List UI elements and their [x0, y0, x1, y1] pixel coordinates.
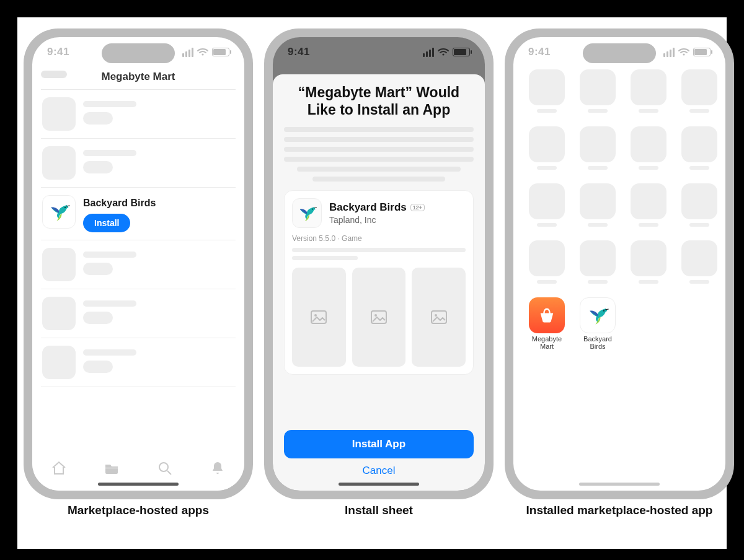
screenshot-placeholder[interactable] — [412, 268, 466, 367]
device-frame: 9:41 — [505, 28, 734, 499]
phone-column-1: 9:41 Megabyte Mart — [24, 28, 253, 549]
app-thumb-placeholder — [42, 248, 76, 281]
diagram-canvas: 9:41 Megabyte Mart — [17, 17, 727, 549]
wifi-icon — [438, 48, 449, 56]
install-sheet: “Megabyte Mart” Would Like to Install an… — [273, 74, 485, 491]
screenshot-placeholder[interactable] — [292, 268, 346, 367]
wifi-icon — [678, 48, 689, 56]
home-screen-grid[interactable]: Megabyte Mart Backyard Birds — [513, 67, 725, 350]
app-desc-placeholder — [292, 248, 466, 260]
nav-title: Megabyte Mart — [32, 67, 244, 89]
app-placeholder[interactable] — [527, 183, 567, 234]
cellular-icon — [663, 48, 675, 57]
cellular-icon — [423, 48, 434, 57]
caption: Installed marketplace-hosted app — [526, 503, 713, 518]
app-placeholder[interactable] — [629, 69, 668, 120]
app-card-name: Backyard Birds — [329, 201, 407, 214]
mart-icon — [529, 297, 565, 333]
cellular-icon — [182, 48, 193, 57]
app-placeholder[interactable] — [629, 126, 668, 177]
cancel-button[interactable]: Cancel — [284, 465, 474, 477]
app-placeholder[interactable] — [680, 69, 719, 120]
developer-name: Tapland, Inc — [329, 215, 425, 225]
status-time: 9:41 — [47, 46, 69, 58]
app-placeholder[interactable] — [680, 126, 719, 177]
app-name: Backyard Birds — [83, 198, 156, 209]
caption: Install sheet — [345, 503, 413, 518]
install-app-button[interactable]: Install App — [284, 430, 474, 458]
app-placeholder[interactable] — [680, 183, 719, 234]
app-meta: Version 5.5.0 · Game — [292, 234, 466, 243]
tab-search-icon[interactable] — [157, 460, 173, 479]
app-placeholder[interactable] — [629, 240, 668, 291]
screen-install-sheet: 9:41 “Megabyte Mart” Would Like to Insta… — [273, 37, 485, 491]
app-list[interactable]: Backyard Birds Install — [32, 90, 244, 387]
app-thumb-bird — [292, 198, 322, 228]
app-megabyte-mart[interactable]: Megabyte Mart — [527, 297, 567, 350]
status-time: 9:41 — [288, 46, 310, 58]
app-placeholder[interactable] — [578, 183, 618, 234]
tab-bell-icon[interactable] — [210, 460, 226, 479]
battery-icon — [212, 48, 229, 56]
tab-home-icon[interactable] — [51, 460, 67, 479]
app-backyard-birds[interactable]: Backyard Birds — [578, 297, 618, 350]
age-badge: 12+ — [410, 204, 425, 211]
home-indicator — [98, 483, 179, 486]
app-card: Backyard Birds 12+ Tapland, Inc Version … — [284, 190, 474, 375]
app-thumb-placeholder — [42, 97, 76, 131]
install-button[interactable]: Install — [83, 214, 130, 232]
app-placeholder[interactable] — [578, 69, 618, 120]
list-item[interactable] — [41, 139, 236, 188]
screenshot-row[interactable] — [292, 268, 466, 367]
list-item-featured[interactable]: Backyard Birds Install — [41, 188, 236, 240]
app-thumb-bird — [42, 195, 76, 229]
app-label: Megabyte Mart — [527, 336, 567, 350]
list-item[interactable] — [41, 338, 236, 387]
svg-point-4 — [159, 463, 168, 471]
wifi-icon — [197, 48, 208, 56]
sheet-title: “Megabyte Mart” Would Like to Install an… — [284, 84, 474, 118]
screenshot-placeholder[interactable] — [352, 268, 406, 367]
status-bar: 9:41 — [273, 37, 485, 67]
app-placeholder[interactable] — [578, 126, 618, 177]
app-thumb-placeholder — [42, 146, 76, 180]
list-item[interactable] — [41, 289, 236, 338]
screen-marketplace: 9:41 Megabyte Mart — [32, 37, 244, 491]
phone-column-3: 9:41 — [505, 28, 734, 549]
battery-icon — [693, 48, 711, 56]
app-placeholder[interactable] — [578, 240, 618, 291]
list-item[interactable] — [41, 90, 236, 139]
app-placeholder[interactable] — [527, 240, 567, 291]
status-bar: 9:41 — [32, 37, 244, 67]
home-indicator — [579, 483, 660, 486]
battery-icon — [453, 48, 470, 56]
status-time: 9:41 — [528, 46, 551, 58]
sheet-description-placeholder — [284, 127, 474, 182]
home-indicator — [339, 483, 419, 486]
app-label: Backyard Birds — [578, 336, 618, 350]
caption: Marketplace-hosted apps — [68, 503, 209, 518]
app-placeholder[interactable] — [527, 126, 567, 177]
tab-folder-icon[interactable] — [104, 460, 120, 479]
device-frame: 9:41 “Megabyte Mart” Would Like to Insta… — [264, 28, 494, 499]
app-placeholder[interactable] — [629, 183, 668, 234]
status-bar: 9:41 — [513, 37, 725, 67]
phone-column-2: 9:41 “Megabyte Mart” Would Like to Insta… — [264, 28, 494, 549]
device-frame: 9:41 Megabyte Mart — [24, 28, 253, 499]
screen-home: 9:41 — [513, 37, 725, 491]
app-placeholder[interactable] — [680, 240, 719, 291]
bird-icon — [580, 297, 616, 333]
app-thumb-placeholder — [42, 346, 76, 379]
list-item[interactable] — [41, 240, 236, 289]
app-thumb-placeholder — [42, 297, 76, 330]
app-placeholder[interactable] — [527, 69, 567, 120]
